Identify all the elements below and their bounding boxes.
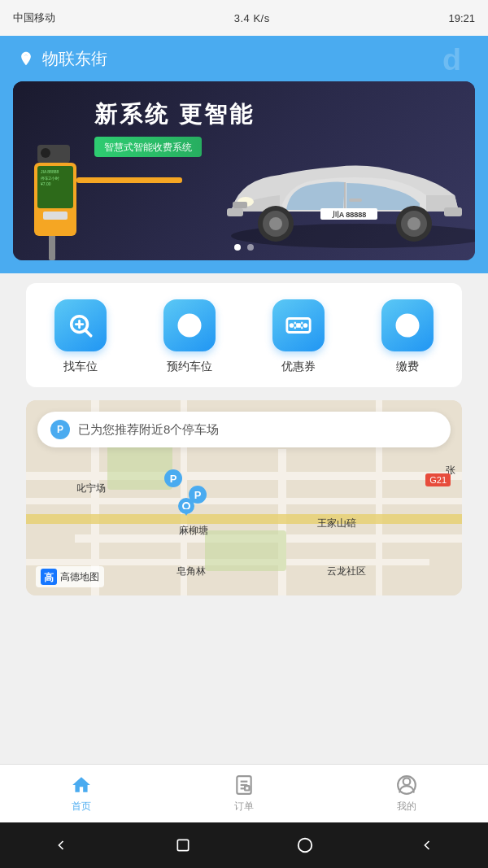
nav-home-button[interactable] bbox=[289, 829, 321, 861]
svg-rect-43 bbox=[245, 786, 249, 790]
map-search-text: 已为您推荐附近8个停车场 bbox=[78, 422, 219, 438]
svg-point-26 bbox=[290, 323, 294, 328]
location-text: 物联东街 bbox=[42, 48, 107, 70]
svg-point-11 bbox=[407, 217, 420, 230]
network-speed: 3.4 K/s bbox=[234, 12, 270, 24]
banner-section: 新系统 更智能 智慧式智能收费系统 JIA 88888停车2小时¥7.00 bbox=[0, 81, 488, 273]
svg-rect-15 bbox=[233, 202, 247, 208]
svg-point-8 bbox=[269, 217, 282, 230]
svg-text:川A 88888: 川A 88888 bbox=[331, 211, 367, 219]
parking-search-icon: P bbox=[50, 420, 70, 439]
svg-rect-4 bbox=[227, 208, 243, 216]
svg-rect-16 bbox=[349, 198, 362, 202]
app-logo: d bbox=[441, 42, 475, 76]
highway bbox=[26, 514, 462, 524]
svg-text:d: d bbox=[442, 42, 461, 76]
quick-actions: 找车位 预约车位 bbox=[26, 283, 462, 387]
svg-point-35 bbox=[184, 504, 189, 508]
pay-icon: ¥ bbox=[381, 299, 434, 351]
action-coupon[interactable]: 优惠券 bbox=[272, 299, 325, 374]
banner-text: 新系统 更智能 智慧式智能收费系统 bbox=[94, 99, 255, 157]
nav-home[interactable]: 首页 bbox=[70, 774, 93, 813]
dot-2 bbox=[247, 244, 254, 251]
map-label-zaojiao: 皂角林 bbox=[176, 565, 206, 578]
banner-pagination bbox=[234, 244, 254, 251]
map-pin bbox=[176, 496, 196, 526]
profile-icon bbox=[395, 774, 418, 796]
nav-recent-button[interactable] bbox=[167, 829, 199, 861]
map-label-wangjia: 王家山碚 bbox=[317, 517, 356, 530]
map-search-bar[interactable]: P 已为您推荐附近8个停车场 bbox=[37, 412, 451, 447]
map-section[interactable]: P P 叱宁场 麻柳塘 王家山碚 皂角林 云龙社区 张 G21 P 已为您推荐附… bbox=[26, 400, 462, 595]
dot-1 bbox=[234, 244, 241, 251]
map-wrapper: P P 叱宁场 麻柳塘 王家山碚 皂角林 云龙社区 张 G21 P 已为您推荐附… bbox=[0, 397, 488, 599]
coupon-label: 优惠券 bbox=[281, 360, 316, 374]
orders-icon bbox=[233, 774, 255, 796]
promo-banner[interactable]: 新系统 更智能 智慧式智能收费系统 JIA 88888停车2小时¥7.00 bbox=[13, 81, 475, 260]
map-label-yunlong: 云龙社区 bbox=[327, 565, 366, 578]
svg-rect-46 bbox=[177, 840, 188, 850]
banner-subtitle-box: 智慧式智能收费系统 bbox=[94, 137, 202, 157]
svg-point-47 bbox=[298, 839, 312, 853]
gaode-text: 高德地图 bbox=[60, 570, 99, 584]
pay-label: 缴费 bbox=[396, 360, 419, 374]
quick-actions-wrapper: 找车位 预约车位 bbox=[0, 283, 488, 387]
action-find-parking[interactable]: 找车位 bbox=[54, 299, 107, 374]
banner-title: 新系统 更智能 bbox=[94, 99, 255, 130]
map-label-ningchang: 叱宁场 bbox=[76, 482, 106, 495]
bottom-nav: 首页 订单 我的 bbox=[0, 764, 488, 822]
nav-back-button[interactable] bbox=[45, 829, 77, 861]
nav-profile[interactable]: 我的 bbox=[395, 774, 418, 813]
android-nav-bar bbox=[0, 822, 488, 868]
green-area-2 bbox=[205, 530, 286, 571]
nav-back2-button[interactable] bbox=[411, 829, 443, 861]
map-parking-icon-1: P bbox=[164, 469, 182, 487]
gaode-icon: 高 bbox=[41, 569, 57, 585]
find-parking-label: 找车位 bbox=[63, 360, 98, 374]
svg-rect-5 bbox=[444, 207, 462, 216]
nav-orders-label: 订单 bbox=[234, 800, 254, 813]
gaode-logo: 高 高德地图 bbox=[36, 566, 104, 587]
svg-point-27 bbox=[303, 323, 308, 328]
find-parking-icon bbox=[54, 299, 107, 351]
nav-orders[interactable]: 订单 bbox=[233, 774, 255, 813]
home-icon bbox=[70, 774, 93, 796]
svg-point-44 bbox=[403, 778, 411, 785]
carrier-text: 中国移动 bbox=[13, 11, 55, 25]
status-right: 19:21 bbox=[448, 12, 475, 24]
action-pay[interactable]: ¥ 缴费 bbox=[381, 299, 434, 374]
map-label-maliu: 麻柳塘 bbox=[179, 524, 208, 538]
nav-profile-label: 我的 bbox=[397, 800, 416, 813]
nav-home-label: 首页 bbox=[72, 800, 91, 813]
svg-line-18 bbox=[85, 330, 90, 335]
svg-text:高: 高 bbox=[44, 572, 54, 583]
status-bar: 中国移动 3.4 K/s 19:21 bbox=[0, 0, 488, 36]
reserve-parking-icon bbox=[163, 299, 216, 351]
banner-subtitle: 智慧式智能收费系统 bbox=[104, 142, 192, 153]
app-header: 物联东街 d bbox=[0, 36, 488, 81]
green-area-1 bbox=[107, 441, 172, 490]
svg-text:¥: ¥ bbox=[403, 317, 412, 334]
coupon-icon bbox=[272, 299, 325, 351]
highway-badge: G21 bbox=[425, 473, 451, 486]
location-display[interactable]: 物联东街 bbox=[16, 48, 107, 70]
reserve-parking-label: 预约车位 bbox=[167, 360, 212, 374]
svg-rect-24 bbox=[186, 315, 194, 318]
svg-rect-30 bbox=[296, 323, 301, 328]
location-icon bbox=[16, 49, 36, 68]
action-reserve-parking[interactable]: 预约车位 bbox=[163, 299, 216, 374]
time-text: 19:21 bbox=[448, 12, 475, 24]
